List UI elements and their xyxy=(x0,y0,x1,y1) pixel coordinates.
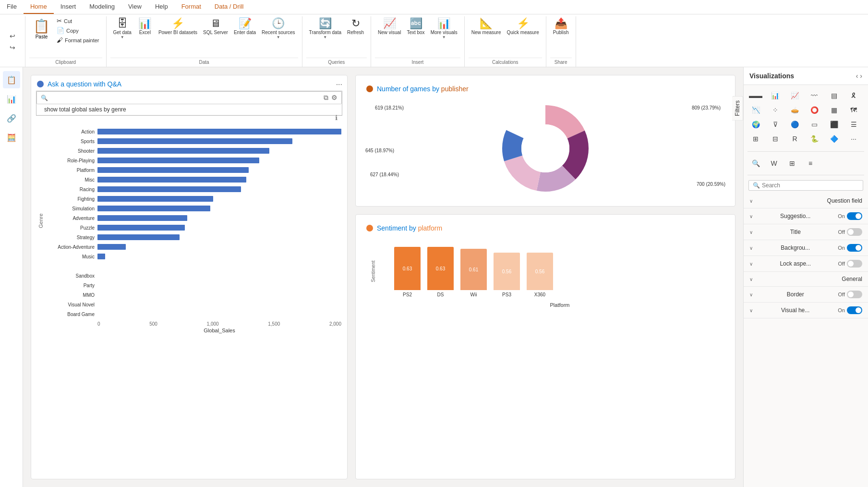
tab-modeling[interactable]: Modeling xyxy=(83,0,121,14)
viz-map[interactable]: 🗺 xyxy=(845,103,862,117)
nav-model[interactable]: 🔗 xyxy=(3,110,20,127)
power-bi-datasets-button[interactable]: ⚡ Power BI datasets xyxy=(156,16,200,37)
bar-row: Strategy xyxy=(45,233,341,242)
tab-view[interactable]: View xyxy=(121,0,148,14)
title-toggle-track[interactable] xyxy=(847,228,862,236)
viz-funnel[interactable]: ⊽ xyxy=(767,118,784,131)
visual-header-toggle-track[interactable] xyxy=(847,306,862,314)
viz-line-chart[interactable]: 📈 xyxy=(787,89,803,102)
bar-row: Shooter xyxy=(45,146,341,155)
paste-button[interactable]: 📋 Paste xyxy=(29,16,54,41)
sidebar-forward-arrow[interactable]: › xyxy=(860,72,862,80)
refresh-button[interactable]: ↻ Refresh xyxy=(344,16,367,37)
section-suggestions-header[interactable]: ∨ Suggestio... On xyxy=(744,208,868,224)
qa-copy-action[interactable]: ⧉ xyxy=(324,94,328,102)
sidebar-back-arrow[interactable]: ‹ xyxy=(856,72,858,80)
section-general-header[interactable]: ∨ General xyxy=(744,272,868,286)
viz-format-icon[interactable]: W xyxy=(766,157,782,170)
viz-area-chart[interactable]: 〰 xyxy=(806,89,822,102)
viz-line-area[interactable]: 📉 xyxy=(747,103,764,117)
viz-r-script[interactable]: R xyxy=(787,132,803,146)
suggestions-toggle[interactable]: On xyxy=(838,212,862,220)
lock-aspect-toggle-track[interactable] xyxy=(847,260,862,268)
undo-button[interactable]: ↩ xyxy=(6,31,19,41)
viz-kpi[interactable]: ⬛ xyxy=(826,118,842,131)
sql-button[interactable]: 🖥 SQL Server xyxy=(200,16,231,37)
nav-report[interactable]: 📋 xyxy=(3,71,20,88)
redo-button[interactable]: ↪ xyxy=(6,42,19,53)
more-visuals-button[interactable]: 📊 More visuals ▼ xyxy=(428,16,460,41)
qa-input-field[interactable]: show total global sales by genre xyxy=(51,95,320,101)
transform-data-button[interactable]: 🔄 Transform data ▼ xyxy=(306,16,344,41)
publish-button[interactable]: 📤 Publish xyxy=(550,16,572,37)
qa-card-menu[interactable]: ··· xyxy=(336,80,342,89)
title-toggle[interactable]: Off xyxy=(838,228,862,236)
enter-data-button[interactable]: 📝 Enter data xyxy=(231,16,259,37)
section-question-field-header[interactable]: ∨ Question field xyxy=(744,194,868,208)
bar-row: Sports xyxy=(45,137,341,146)
bar-row: Adventure xyxy=(45,214,341,222)
viz-matrix[interactable]: ⊟ xyxy=(767,132,784,146)
viz-pie[interactable]: 🥧 xyxy=(787,103,803,117)
visual-header-label: Visual he... xyxy=(781,307,809,314)
qa-settings-action[interactable]: ⚙ xyxy=(331,94,338,102)
viz-more[interactable]: ··· xyxy=(845,132,862,146)
section-lock-aspect-header[interactable]: ∨ Lock aspe... Off xyxy=(744,256,868,271)
viz-filled-map[interactable]: 🌍 xyxy=(747,118,764,131)
paste-label: Paste xyxy=(36,34,48,39)
text-box-button[interactable]: 🔤 Text box xyxy=(404,16,427,37)
sentiment-bar-group: 0.56PS3 xyxy=(494,253,520,297)
new-visual-button[interactable]: 📈 New visual xyxy=(375,16,404,37)
viz-card[interactable]: ▭ xyxy=(806,118,822,131)
viz-donut[interactable]: ⭕ xyxy=(806,103,822,117)
section-background-header[interactable]: ∨ Backgrou... On xyxy=(744,240,868,256)
visual-header-toggle[interactable]: On xyxy=(838,306,862,314)
viz-scatter[interactable]: ⁘ xyxy=(767,103,784,117)
excel-button[interactable]: 📊 Excel xyxy=(134,16,156,37)
viz-analytics-icon[interactable]: ⊞ xyxy=(784,157,800,170)
border-toggle-track[interactable] xyxy=(847,291,862,298)
sidebar-search-input[interactable] xyxy=(762,182,859,189)
viz-gauge[interactable]: 🔵 xyxy=(787,118,803,131)
viz-azure-map[interactable]: 🔷 xyxy=(826,132,842,146)
section-title-header[interactable]: ∨ Title Off xyxy=(744,224,868,240)
bar-track xyxy=(97,167,341,173)
tab-format[interactable]: Format xyxy=(175,0,208,14)
border-toggle[interactable]: Off xyxy=(838,291,862,298)
bar-track xyxy=(97,148,341,154)
lock-aspect-toggle[interactable]: Off xyxy=(838,260,862,268)
viz-column-chart[interactable]: 📊 xyxy=(767,89,784,102)
section-border-header[interactable]: ∨ Border Off xyxy=(744,287,868,302)
tab-home[interactable]: Home xyxy=(24,0,54,14)
viz-treemap[interactable]: ▦ xyxy=(826,103,842,117)
tab-data-drill[interactable]: Data / Drill xyxy=(208,0,251,14)
filters-tab[interactable]: Filters xyxy=(732,96,743,121)
quick-measure-button[interactable]: ⚡ Quick measure xyxy=(504,16,542,37)
section-visual-header-header[interactable]: ∨ Visual he... On xyxy=(744,303,868,318)
new-measure-button[interactable]: 📐 New measure xyxy=(469,16,504,37)
suggestions-toggle-track[interactable] xyxy=(847,212,862,220)
viz-ribbon[interactable]: 🎗 xyxy=(845,89,862,102)
bar-row: Music xyxy=(45,252,341,261)
viz-fields-icon[interactable]: ≡ xyxy=(802,157,819,170)
bar-row: Platform xyxy=(45,166,341,174)
nav-dax[interactable]: 🧮 xyxy=(3,129,20,146)
tab-insert[interactable]: Insert xyxy=(54,0,83,14)
background-toggle[interactable]: On xyxy=(838,244,862,252)
copy-button[interactable]: 📄 Copy xyxy=(54,26,102,35)
nav-data[interactable]: 📊 xyxy=(3,90,20,108)
viz-slicer[interactable]: ☰ xyxy=(845,118,862,131)
qa-info-button[interactable]: ℹ xyxy=(27,114,343,122)
viz-search-icon[interactable]: 🔍 xyxy=(747,157,764,170)
recent-sources-button[interactable]: 🕒 Recent sources ▼ xyxy=(259,16,298,41)
tab-help[interactable]: Help xyxy=(148,0,175,14)
viz-python[interactable]: 🐍 xyxy=(806,132,822,146)
viz-stacked-bar[interactable]: ▤ xyxy=(826,89,842,102)
viz-table[interactable]: ⊞ xyxy=(747,132,764,146)
viz-bar-chart[interactable]: ▬▬ xyxy=(747,89,764,102)
get-data-button[interactable]: 🗄 Get data ▼ xyxy=(110,16,134,41)
background-toggle-track[interactable] xyxy=(847,244,862,252)
tab-file[interactable]: File xyxy=(0,0,24,14)
cut-button[interactable]: ✂ Cut xyxy=(54,16,102,25)
format-painter-button[interactable]: 🖌 Format painter xyxy=(54,36,102,45)
